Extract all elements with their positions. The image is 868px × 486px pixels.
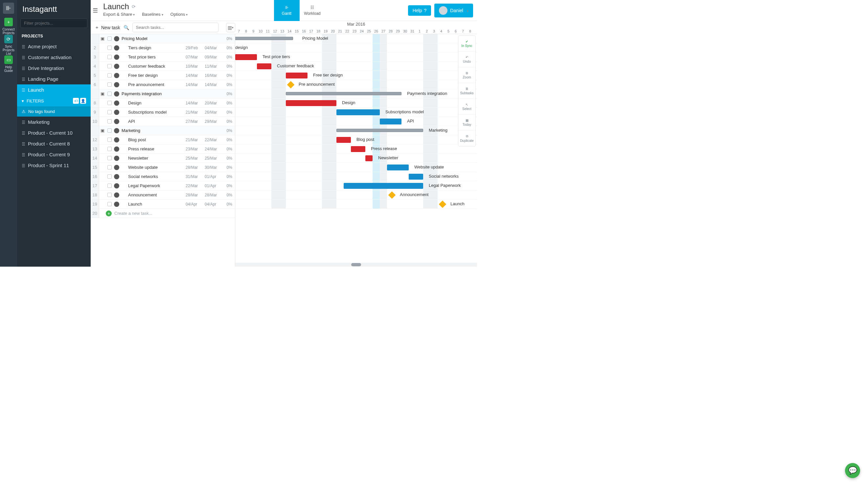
assignee-icon[interactable] (113, 73, 120, 78)
rail-help-button[interactable]: ▭Help Guide (0, 56, 17, 72)
tool-today-button[interactable]: ▦Today (458, 115, 475, 130)
tool-zoom-button[interactable]: ⊕Zoom (458, 67, 475, 83)
rail-connect-button[interactable]: +Connect Projects (0, 18, 17, 35)
tool-duplicate-button[interactable]: ⧉Duplicate (458, 130, 475, 146)
assignee-icon[interactable] (113, 100, 120, 106)
checkbox[interactable] (106, 156, 113, 160)
gantt-bar[interactable] (351, 146, 365, 152)
gantt-bar[interactable] (380, 119, 401, 125)
menu-options[interactable]: Options (170, 12, 188, 17)
refresh-icon[interactable]: ⟳ (132, 4, 136, 9)
expand-icon[interactable]: ▣ (99, 36, 106, 41)
assignee-icon[interactable] (113, 137, 120, 142)
gantt-bar[interactable] (286, 72, 308, 78)
checkbox[interactable] (106, 119, 113, 124)
checkbox[interactable] (106, 36, 113, 41)
filter-projects-input[interactable] (20, 19, 87, 28)
help-button[interactable]: Help? (408, 5, 431, 16)
checkbox[interactable] (106, 128, 113, 133)
checkbox[interactable] (106, 46, 113, 50)
gantt-bar[interactable] (336, 137, 351, 143)
checkbox[interactable] (106, 202, 113, 206)
checkbox[interactable] (106, 92, 113, 96)
sidebar-project-item[interactable]: Product - Current 8 (17, 138, 91, 149)
tag-icon[interactable]: 🏷 (73, 98, 79, 104)
milestone-diamond[interactable] (439, 201, 446, 208)
assignee-icon[interactable] (113, 36, 120, 41)
assignee-icon[interactable] (113, 119, 120, 124)
add-icon[interactable]: + (106, 210, 112, 217)
gantt-bar[interactable] (336, 129, 423, 132)
create-task-placeholder[interactable]: Create a new task... (114, 211, 152, 216)
tool-sync-button[interactable]: ✔In Sync (458, 36, 475, 52)
task-row[interactable]: ▣ Payments integration 0% (91, 89, 235, 98)
assignee-icon[interactable] (113, 174, 120, 179)
gantt-bar[interactable] (257, 63, 271, 69)
expand-icon[interactable]: ▣ (99, 128, 106, 133)
assignee-icon[interactable] (113, 192, 120, 198)
sidebar-project-item[interactable]: Landing Page (17, 73, 91, 85)
filters-row[interactable]: ▾FILTERS🏷👤 (17, 95, 91, 106)
gantt-bar[interactable] (344, 183, 423, 189)
horizontal-scrollbar[interactable] (235, 263, 477, 267)
assignee-icon[interactable] (113, 110, 120, 115)
sidebar-project-item[interactable]: Customer activation (17, 52, 91, 63)
task-row[interactable]: 5 Free tier design 14/Mar 16/Mar 0% (91, 71, 235, 80)
gantt-bar[interactable] (235, 37, 293, 40)
tool-subtasks-button[interactable]: ≣Subtasks (458, 83, 475, 99)
new-task-button[interactable]: ＋New task (95, 25, 120, 31)
assignee-icon[interactable] (113, 91, 120, 97)
sidebar-project-item[interactable]: Product - Sprint 11 (17, 160, 91, 171)
person-icon[interactable]: 👤 (80, 98, 86, 104)
checkbox[interactable] (106, 55, 113, 59)
checkbox[interactable] (106, 64, 113, 68)
assignee-icon[interactable] (113, 128, 120, 133)
milestone-diamond[interactable] (287, 81, 294, 89)
assignee-icon[interactable] (113, 45, 120, 51)
assignee-icon[interactable] (113, 156, 120, 161)
checkbox[interactable] (106, 101, 113, 105)
sidebar-project-item[interactable]: Acme project (17, 41, 91, 52)
task-row[interactable]: 8 Design 14/Mar 20/Mar 0% (91, 98, 235, 108)
gantt-bar[interactable] (286, 92, 401, 95)
assignee-icon[interactable] (113, 64, 120, 69)
sidebar-project-item[interactable]: Marketing (17, 117, 91, 127)
checkbox[interactable] (106, 147, 113, 151)
checkbox[interactable] (106, 73, 113, 77)
task-row[interactable]: ▣ Pricing Model 0% (91, 34, 235, 43)
checkbox[interactable] (106, 110, 113, 114)
gantt-bar[interactable] (409, 174, 423, 180)
checkbox[interactable] (106, 193, 113, 197)
assignee-icon[interactable] (113, 82, 120, 87)
columns-button[interactable]: ▥▾ (226, 23, 235, 32)
expand-icon[interactable]: ▣ (99, 91, 106, 96)
sidebar-project-item[interactable]: Product - Current 10 (17, 127, 91, 138)
milestone-diamond[interactable] (388, 191, 396, 199)
sidebar-project-item[interactable]: Launch (17, 85, 91, 95)
task-row[interactable]: 3 Test price tiers 07/Mar 09/Mar 0% (91, 53, 235, 62)
tool-undo-button[interactable]: ↶Undo (458, 52, 475, 67)
checkbox[interactable] (106, 83, 113, 87)
sidebar-project-item[interactable]: Product - Current 9 (17, 149, 91, 160)
gantt-bar[interactable] (387, 164, 409, 170)
search-icon[interactable]: 🔍 (124, 25, 129, 30)
task-row[interactable]: 16 Social networks 31/Mar 01/Apr 0% (91, 172, 235, 181)
sidebar-project-item[interactable]: Drive Integration (17, 63, 91, 73)
task-row[interactable]: 4 Customer feedback 10/Mar 11/Mar 0% (91, 62, 235, 71)
menu-baselines[interactable]: Baselines (142, 12, 163, 17)
task-row[interactable]: ▣ Marketing 0% (91, 126, 235, 135)
menu-toggle-icon[interactable]: ☰ (91, 0, 100, 21)
task-row[interactable]: 19 Launch 04/Apr 04/Apr 0% (91, 200, 235, 209)
task-row[interactable]: 13 Press release 23/Mar 24/Mar 0% (91, 144, 235, 154)
gantt-bar[interactable] (365, 155, 373, 161)
view-tab-gantt[interactable]: ⊪Gantt (274, 0, 300, 21)
assignee-icon[interactable] (113, 202, 120, 207)
task-row[interactable]: 12 Blog post 21/Mar 22/Mar 0% (91, 135, 235, 144)
task-row[interactable]: 18 Announcement 28/Mar 28/Mar 0% (91, 191, 235, 200)
gantt-bar[interactable] (286, 100, 336, 106)
task-row[interactable]: 14 Newsletter 25/Mar 25/Mar 0% (91, 154, 235, 163)
view-tab-workload[interactable]: ☷Workload (300, 0, 325, 21)
checkbox[interactable] (106, 138, 113, 142)
tool-select-button[interactable]: ↖Select (458, 99, 475, 115)
gantt-bar[interactable] (336, 109, 380, 115)
